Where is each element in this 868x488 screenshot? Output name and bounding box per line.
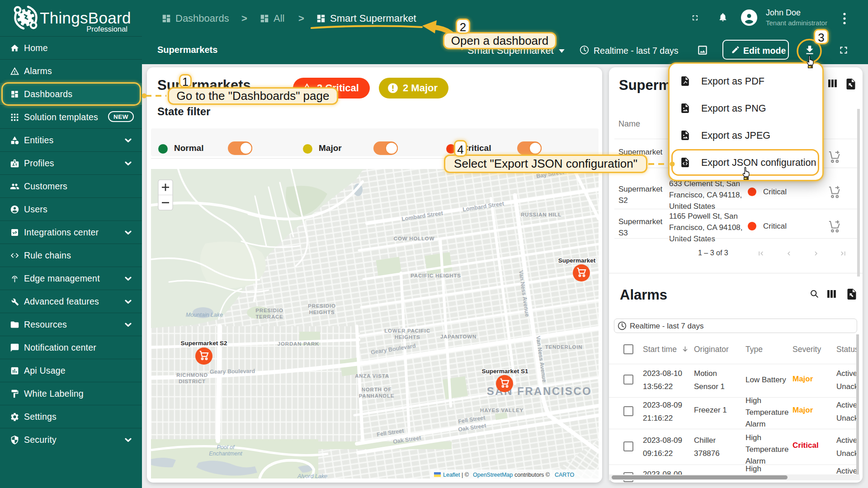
svg-text:Geary Boulevard: Geary Boulevard bbox=[210, 368, 255, 375]
svg-text:contributors ©: contributors © bbox=[514, 472, 550, 478]
svg-text:PRESIDIO: PRESIDIO bbox=[308, 303, 335, 309]
svg-text:HEIGHTS: HEIGHTS bbox=[309, 310, 335, 315]
svg-text:ANZA VISTA: ANZA VISTA bbox=[355, 373, 389, 379]
svg-text:Mountain Lake: Mountain Lake bbox=[186, 312, 223, 318]
svg-text:TENDERLOIN: TENDERLOIN bbox=[545, 344, 583, 350]
svg-text:OpenStreetMap: OpenStreetMap bbox=[473, 472, 513, 478]
svg-text:PANHANDLE: PANHANDLE bbox=[359, 393, 395, 399]
svg-text:TERRACE: TERRACE bbox=[255, 314, 283, 319]
svg-text:HAYES VALLEY: HAYES VALLEY bbox=[480, 408, 524, 413]
svg-text:Supermarket S1: Supermarket S1 bbox=[482, 368, 528, 375]
svg-text:Leaflet: Leaflet bbox=[443, 472, 460, 478]
svg-text:RUSSIAN HILL: RUSSIAN HILL bbox=[521, 212, 561, 217]
svg-text:Alvord Lake: Alvord Lake bbox=[297, 473, 327, 479]
svg-text:RICHMOND: RICHMOND bbox=[176, 372, 208, 378]
svg-text:Enchantment: Enchantment bbox=[209, 450, 242, 457]
svg-text:Supermarket: Supermarket bbox=[558, 257, 596, 264]
svg-text:JORDAN PARK: JORDAN PARK bbox=[278, 341, 319, 347]
svg-text:| ©: | © bbox=[462, 472, 469, 478]
svg-text:NORTH OF: NORTH OF bbox=[362, 387, 392, 392]
svg-text:CARTO: CARTO bbox=[555, 472, 575, 478]
svg-text:DISTRICT: DISTRICT bbox=[179, 379, 205, 384]
svg-text:HEIGHTS: HEIGHTS bbox=[395, 334, 420, 340]
svg-text:Pool of: Pool of bbox=[217, 444, 235, 450]
svg-text:Supermarket S2: Supermarket S2 bbox=[181, 340, 227, 347]
svg-text:JAPANTOWN: JAPANTOWN bbox=[440, 334, 476, 339]
svg-text:COW HOLLOW: COW HOLLOW bbox=[394, 236, 434, 241]
svg-text:PACIFIC HEIGHTS: PACIFIC HEIGHTS bbox=[410, 273, 461, 278]
svg-text:PRESIDIO: PRESIDIO bbox=[255, 308, 283, 313]
svg-text:LOWER PACIFIC: LOWER PACIFIC bbox=[384, 328, 430, 333]
